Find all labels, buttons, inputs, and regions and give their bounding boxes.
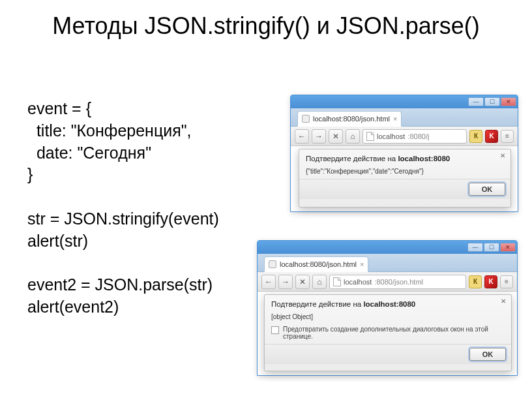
dialog-close-icon[interactable]: ✕	[498, 296, 509, 305]
dialog-message: {"title":"Конференция","date":"Сегодня"}	[299, 164, 510, 179]
forward-button[interactable]: →	[278, 275, 293, 289]
menu-icon[interactable]: ≡	[501, 130, 514, 143]
tab-strip: localhost:8080/json.html ×	[258, 254, 517, 272]
browser-tab[interactable]: localhost:8080/json.html ×	[264, 256, 368, 272]
address-bar[interactable]: localhost:8080/j	[362, 129, 467, 144]
maximize-button[interactable]: ☐	[484, 97, 500, 106]
dialog-footer: OK	[265, 344, 511, 364]
dialog-footer: OK	[299, 179, 510, 199]
ok-button[interactable]: OK	[469, 348, 506, 361]
url-path: :8080/j	[407, 132, 429, 140]
url-path: :8080/json.html	[374, 278, 423, 286]
minimize-button[interactable]: —	[468, 97, 484, 106]
browser-tab[interactable]: localhost:8080/json.html ×	[297, 111, 402, 127]
browser-window-2: — ☐ ✕ localhost:8080/json.html × ← → ✕ ⌂…	[257, 240, 518, 376]
dialog-title: Подтвердите действие на localhost:8080	[265, 295, 511, 309]
suppress-checkbox[interactable]	[271, 326, 279, 334]
window-titlebar: — ☐ ✕	[258, 241, 517, 254]
dialog-suppress-row: Предотвратить создание дополнительных ди…	[265, 324, 511, 344]
tab-label: localhost:8080/json.html	[280, 260, 357, 268]
code-example: event = { title: "Конференция", date: "С…	[27, 98, 219, 318]
back-button[interactable]: ←	[295, 129, 309, 144]
alert-dialog: ✕ Подтвердите действие на localhost:8080…	[299, 149, 511, 208]
alert-dialog: ✕ Подтвердите действие на localhost:8080…	[264, 294, 512, 371]
forward-button[interactable]: →	[312, 129, 326, 144]
back-button[interactable]: ←	[261, 275, 276, 289]
close-button[interactable]: ✕	[500, 243, 516, 252]
page-icon	[366, 132, 374, 141]
tab-close-icon[interactable]: ×	[393, 115, 397, 123]
address-bar[interactable]: localhost:8080/json.html	[329, 275, 466, 289]
dialog-close-icon[interactable]: ✕	[497, 151, 508, 160]
dialog-title: Подтвердите действие на localhost:8080	[299, 149, 510, 164]
home-button[interactable]: ⌂	[346, 129, 360, 144]
tab-close-icon[interactable]: ×	[360, 260, 364, 268]
kaspersky-icon[interactable]: K	[484, 275, 497, 288]
dialog-message: [object Object]	[265, 309, 511, 324]
close-button[interactable]: ✕	[501, 97, 516, 106]
url-host: localhost	[377, 132, 405, 140]
url-host: localhost	[344, 278, 372, 286]
extension-k-icon[interactable]: К	[469, 275, 482, 288]
minimize-button[interactable]: —	[467, 243, 483, 252]
page-favicon-icon	[269, 260, 276, 268]
maximize-button[interactable]: ☐	[484, 243, 499, 252]
browser-toolbar: ← → ✕ ⌂ localhost:8080/json.html К K ≡	[258, 272, 517, 292]
window-titlebar: — ☐ ✕	[291, 95, 518, 108]
kaspersky-icon[interactable]: K	[485, 130, 498, 143]
suppress-label: Предотвратить создание дополнительных ди…	[283, 326, 505, 340]
page-icon	[333, 277, 341, 286]
page-favicon-icon	[302, 115, 310, 123]
menu-icon[interactable]: ≡	[500, 275, 513, 288]
stop-button[interactable]: ✕	[295, 275, 310, 289]
home-button[interactable]: ⌂	[312, 275, 327, 289]
tab-strip: localhost:8080/json.html ×	[291, 108, 518, 127]
ok-button[interactable]: OK	[469, 183, 505, 196]
tab-label: localhost:8080/json.html	[313, 115, 390, 123]
extension-k-icon[interactable]: К	[469, 130, 482, 143]
browser-window-1: — ☐ ✕ localhost:8080/json.html × ← → ✕ ⌂…	[290, 95, 518, 212]
slide-title: Методы JSON.stringify() и JSON.parse()	[0, 0, 532, 46]
stop-button[interactable]: ✕	[329, 129, 343, 144]
browser-toolbar: ← → ✕ ⌂ localhost:8080/j К K ≡	[291, 127, 518, 146]
